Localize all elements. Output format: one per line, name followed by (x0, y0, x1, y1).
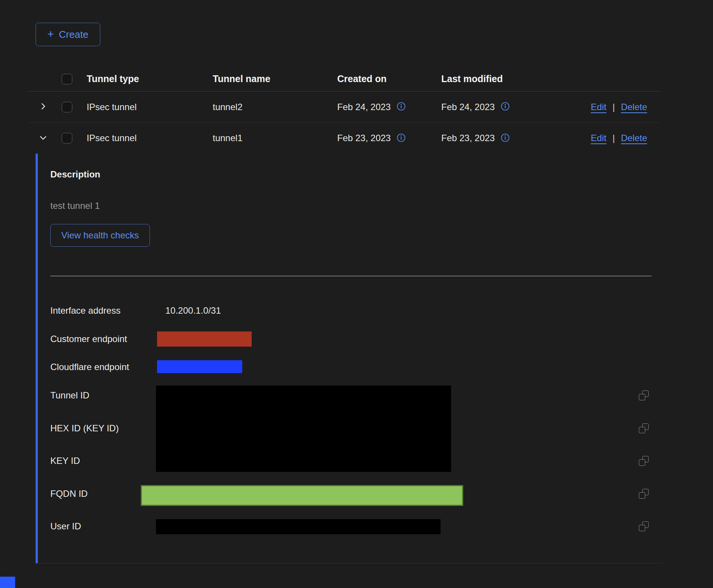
edit-link[interactable]: Edit (591, 102, 606, 112)
info-icon (501, 102, 510, 112)
last-modified-info-button[interactable] (501, 133, 510, 143)
key-id-label: KEY ID (50, 455, 80, 467)
plus-icon: + (47, 28, 54, 40)
tunnel-type-cell: IPsec tunnel (87, 102, 213, 112)
select-all-checkbox[interactable] (62, 74, 72, 84)
action-separator: | (612, 102, 615, 112)
cloudflare-endpoint-redaction (157, 360, 242, 373)
info-icon (397, 133, 406, 143)
column-header-last-modified: Last modified (441, 73, 560, 84)
chevron-right-icon (39, 102, 48, 112)
tunnel-id-label: Tunnel ID (50, 390, 89, 401)
tunnel-name-cell: tunnel1 (213, 133, 337, 143)
create-button-label: Create (59, 29, 89, 40)
interface-address-label: Interface address (50, 305, 120, 316)
cloudflare-endpoint-label: Cloudflare endpoint (50, 361, 129, 373)
tunnel-name-cell: tunnel2 (213, 102, 337, 112)
delete-link[interactable]: Delete (621, 133, 647, 143)
tunnel-type-cell: IPsec tunnel (87, 133, 213, 143)
customer-endpoint-label: Customer endpoint (50, 333, 127, 345)
copy-icon (639, 489, 649, 499)
last-modified-info-button[interactable] (501, 102, 510, 112)
copy-icon (639, 423, 649, 433)
fqdn-id-label: FQDN ID (50, 488, 88, 499)
expand-row-button[interactable] (39, 102, 48, 112)
info-icon (397, 102, 406, 112)
table-row-tunnel2: IPsec tunnel tunnel2 Feb 24, 2023 Feb 24… (29, 92, 659, 123)
last-modified-cell: Feb 23, 2023 (441, 133, 495, 143)
tunnel-detail-panel: Description test tunnel 1 View health ch… (36, 154, 663, 563)
tunnel-ids-redaction (156, 386, 451, 472)
table-header-row: Tunnel type Tunnel name Created on Last … (29, 67, 659, 92)
column-header-created-on: Created on (337, 73, 441, 84)
action-separator: | (612, 133, 615, 143)
copy-user-id-button[interactable] (639, 521, 649, 531)
create-button[interactable]: + Create (36, 23, 100, 46)
delete-link[interactable]: Delete (621, 102, 647, 112)
row-checkbox[interactable] (62, 102, 72, 112)
user-id-label: User ID (50, 521, 81, 532)
created-on-cell: Feb 23, 2023 (337, 133, 391, 143)
last-modified-cell: Feb 24, 2023 (441, 102, 495, 112)
column-header-tunnel-type: Tunnel type (87, 73, 213, 84)
copy-icon (639, 521, 649, 531)
customer-endpoint-redaction (157, 331, 252, 347)
interface-address-value: 10.200.1.0/31 (165, 305, 221, 316)
fqdn-id-redaction (141, 485, 463, 506)
chevron-down-icon (39, 133, 48, 143)
description-value: test tunnel 1 (50, 201, 100, 211)
section-divider (50, 276, 652, 276)
column-header-tunnel-name: Tunnel name (213, 73, 337, 84)
user-id-redaction (156, 519, 441, 534)
copy-icon (639, 390, 649, 400)
copy-icon (639, 456, 649, 466)
copy-tunnel-id-button[interactable] (639, 390, 649, 400)
table-row-tunnel1: IPsec tunnel tunnel1 Feb 23, 2023 Feb 23… (29, 123, 659, 154)
description-label: Description (50, 169, 100, 180)
info-icon (501, 133, 510, 143)
created-on-info-button[interactable] (397, 133, 406, 143)
hex-id-label: HEX ID (KEY ID) (50, 423, 119, 434)
collapse-row-button[interactable] (39, 133, 48, 143)
copy-key-id-button[interactable] (639, 456, 649, 466)
copy-fqdn-id-button[interactable] (639, 489, 649, 499)
row-checkbox[interactable] (62, 133, 72, 143)
created-on-cell: Feb 24, 2023 (337, 102, 391, 112)
view-health-checks-button[interactable]: View health checks (50, 224, 150, 247)
corner-accent (0, 577, 15, 588)
created-on-info-button[interactable] (397, 102, 406, 112)
tunnels-table: Tunnel type Tunnel name Created on Last … (29, 67, 659, 154)
copy-hex-id-button[interactable] (639, 423, 649, 433)
edit-link[interactable]: Edit (591, 133, 606, 143)
tunnels-page: + Create Tunnel type Tunnel name Created… (0, 0, 713, 588)
